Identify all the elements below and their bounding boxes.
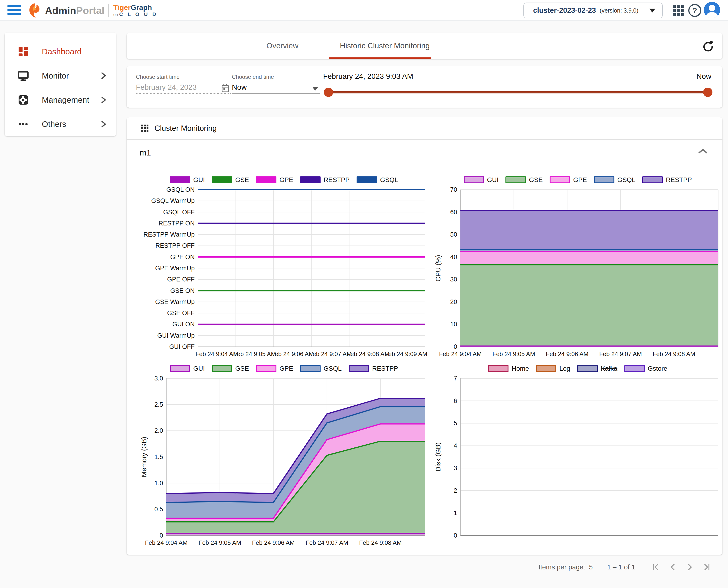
slider-handle-end[interactable] [703,88,712,97]
legend-item-log[interactable]: Log [536,365,570,372]
svg-text:RESTPP ON: RESTPP ON [158,220,195,227]
collapse-button[interactable] [698,148,708,155]
svg-text:RESTPP WarmUp: RESTPP WarmUp [143,231,195,238]
chevron-left-icon [668,563,678,572]
legend-item-gse[interactable]: GSE [505,176,543,184]
svg-text:Feb 24 9:06 AM: Feb 24 9:06 AM [546,351,589,357]
svg-text:60: 60 [450,209,457,216]
refresh-button[interactable] [702,40,714,52]
svg-text:Feb 24 9:05 AM: Feb 24 9:05 AM [233,351,276,357]
svg-text:Feb 24 9:09 AM: Feb 24 9:09 AM [385,351,427,357]
panel-title: Cluster Monitoring [154,124,217,133]
svg-text:GSQL WarmUp: GSQL WarmUp [151,197,195,204]
chart-legend: GUIGSEGPEGSQLRESTPP [139,362,428,375]
svg-text:40: 40 [450,254,457,260]
time-range-slider[interactable] [328,91,708,93]
sidebar-item-label: Monitor [42,71,69,80]
svg-text:1: 1 [454,509,457,517]
legend-item-gstore[interactable]: Gstore [624,365,667,372]
svg-text:70: 70 [450,186,457,193]
svg-text:Feb 24 9:05 AM: Feb 24 9:05 AM [492,351,535,357]
chevron-right-icon [101,95,107,105]
legend-item-gui[interactable]: GUI [170,365,205,372]
legend-item-gui[interactable]: GUI [170,176,205,184]
end-time-select[interactable]: Now [232,83,247,91]
legend-item-gpe[interactable]: GPE [256,176,293,184]
svg-text:GPE ON: GPE ON [170,254,195,260]
apps-grid-icon[interactable] [673,5,685,17]
legend-item-gui[interactable]: GUI [464,176,499,184]
sidebar-item-management[interactable]: Management [5,88,116,112]
menu-icon[interactable] [7,5,21,16]
cpu-chart: GUIGSEGPEGSQLRESTPP010203040506070Feb 24… [434,174,722,360]
tg-tiger: Tiger [113,3,131,12]
legend-item-restpp[interactable]: RESTPP [349,365,398,372]
legend-item-gsql[interactable]: GSQL [594,176,636,184]
chevron-right-icon [101,120,107,129]
legend-label: GSE [235,176,249,184]
svg-text:10: 10 [450,321,457,328]
cluster-monitoring-card: Cluster Monitoring m1 GUIGSEGPERESTPPGSQ… [127,118,723,555]
svg-text:Feb 24 9:07 AM: Feb 24 9:07 AM [306,539,349,546]
svg-text:0.5: 0.5 [154,506,163,513]
sidebar-item-others[interactable]: Others [5,112,116,136]
legend-swatch [577,365,598,372]
svg-text:Feb 24 9:04 AM: Feb 24 9:04 AM [196,351,238,357]
chevron-up-icon [698,148,708,154]
first-page-button[interactable] [650,561,663,573]
sidebar-item-label: Others [42,120,66,129]
svg-text:3: 3 [454,465,457,471]
cluster-name: cluster-2023-02-23 [533,6,596,15]
legend-label: GSE [529,176,543,184]
next-page-button[interactable] [683,561,696,573]
brand-admin: Admin [45,5,76,16]
calendar-icon[interactable] [221,84,229,93]
legend-label: GUI [193,176,205,184]
svg-text:GUI OFF: GUI OFF [169,343,195,350]
legend-item-restpp[interactable]: RESTPP [642,176,692,184]
legend-item-gse[interactable]: GSE [212,176,249,184]
svg-text:Feb 24 9:08 AM: Feb 24 9:08 AM [347,351,390,357]
help-icon[interactable]: ? [688,4,701,17]
admin-portal-app: AdminPortal TigerGraph on C L O U D clus… [0,0,728,588]
legend-item-home[interactable]: Home [488,365,529,372]
svg-text:0: 0 [454,343,457,350]
cluster-select[interactable]: cluster-2023-02-23 (version: 3.9.0) [523,3,663,18]
start-time-label: Choose start time [136,74,180,80]
start-time-input[interactable]: February 24, 2023 [136,83,197,91]
legend-label: Gstore [648,365,667,372]
svg-text:1.0: 1.0 [154,480,163,487]
svg-text:Feb 24 9:08 AM: Feb 24 9:08 AM [653,351,695,357]
slider-handle-start[interactable] [324,88,333,97]
chart-legend: GUIGSEGPERESTPPGSQL [139,174,428,186]
tg-cloud: C L O U D [119,12,157,17]
legend-item-gse[interactable]: GSE [212,365,249,372]
svg-text:3.0: 3.0 [154,375,163,382]
last-page-button[interactable] [700,561,713,573]
tab-historic-cluster-monitoring[interactable]: Historic Cluster Monitoring [329,33,440,59]
previous-page-button[interactable] [666,561,680,573]
brand-portal: Portal [76,5,105,16]
avatar[interactable] [704,2,720,18]
tab-overview[interactable]: Overview [256,33,309,59]
legend-item-gpe[interactable]: GPE [550,176,587,184]
svg-text:Feb 24 9:07 AM: Feb 24 9:07 AM [309,351,352,357]
tigergraph-cloud-logo: TigerGraph on C L O U D [113,4,158,17]
legend-swatch [550,176,570,183]
legend-label: Home [511,365,529,372]
legend-item-gsql[interactable]: GSQL [300,365,342,372]
sidebar-item-monitor[interactable]: Monitor [5,64,116,88]
items-per-page-value[interactable]: 5 [589,563,593,571]
monitor-icon [18,70,29,81]
legend-item-gsql[interactable]: GSQL [357,176,398,184]
legend-swatch [170,365,190,372]
legend-label: RESTPP [324,176,350,184]
legend-item-restpp[interactable]: RESTPP [300,176,350,184]
sidebar-item-dashboard[interactable]: Dashboard [5,40,116,64]
legend-label: RESTPP [666,176,692,184]
legend-item-gpe[interactable]: GPE [256,365,293,372]
svg-text:Feb 24 9:04 AM: Feb 24 9:04 AM [145,539,188,546]
legend-item-kafka[interactable]: Kafka [577,365,617,372]
settings-icon [18,94,29,106]
range-end-label: Now [697,72,711,81]
